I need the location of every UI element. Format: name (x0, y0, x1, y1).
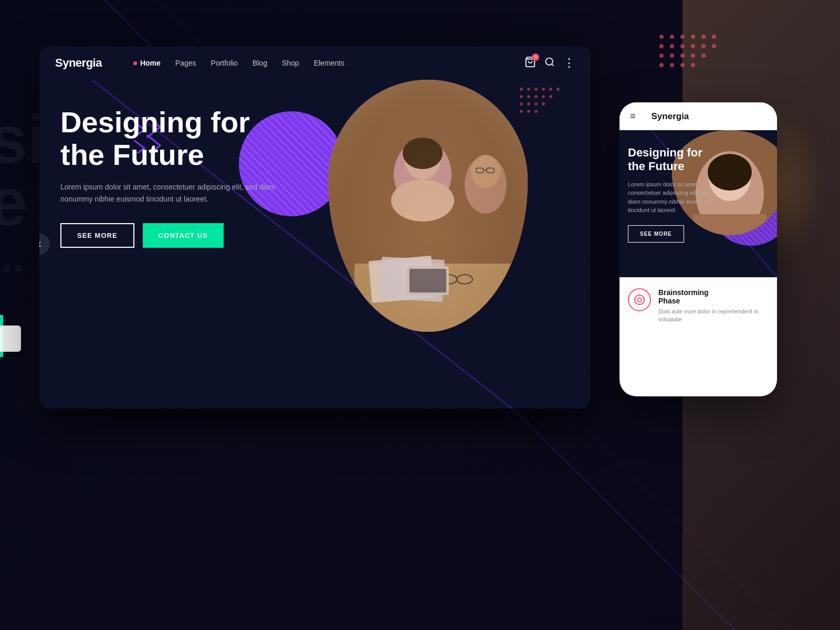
svg-point-31 (391, 180, 454, 222)
svg-point-70 (637, 298, 641, 301)
desktop-hero: ‹ Designing forthe Future Lorem ipsum do… (39, 80, 591, 408)
svg-point-50 (556, 88, 560, 91)
svg-point-53 (534, 95, 538, 98)
nav-link-shop[interactable]: Shop (282, 59, 299, 67)
svg-point-62 (534, 110, 538, 113)
hero-photo (328, 80, 528, 332)
svg-line-25 (552, 64, 554, 66)
svg-point-47 (534, 88, 538, 91)
nav-active-dot (133, 61, 137, 65)
mobile-hero: Designing forthe Future Lorem ipsum dolo… (620, 130, 777, 277)
svg-point-59 (542, 102, 545, 106)
mobile-hero-text: Designing forthe Future Lorem ipsum dolo… (628, 146, 712, 243)
svg-point-67 (708, 154, 752, 191)
mobile-nav: ≡ Synergia (620, 102, 777, 130)
desktop-nav: Synergia Home Pages Portfolio Blog Shop … (39, 46, 591, 80)
prev-arrow[interactable]: ‹ (39, 234, 50, 255)
svg-point-55 (549, 95, 552, 98)
nav-link-portfolio[interactable]: Portfolio (211, 59, 238, 67)
svg-point-24 (546, 58, 553, 65)
mobile-menu-icon[interactable]: ≡ (630, 111, 636, 122)
mobile-card-title: BrainstormingPhase (658, 288, 769, 305)
mobile-card: BrainstormingPhase Duis aute irure dolor… (620, 277, 777, 334)
svg-point-54 (542, 95, 545, 98)
hero-title: Designing forthe Future (60, 106, 281, 171)
nav-link-pages[interactable]: Pages (175, 59, 196, 67)
search-icon[interactable] (544, 57, 555, 70)
mobile-card-content: BrainstormingPhase Duis aute irure dolor… (658, 288, 769, 324)
more-options-icon[interactable]: ⋮ (563, 56, 575, 70)
see-more-button[interactable]: SEE MORE (60, 223, 134, 248)
svg-point-33 (471, 155, 500, 188)
hero-text: Designing forthe Future Lorem ipsum dolo… (60, 106, 281, 248)
contact-us-button[interactable]: CONTACT US (143, 223, 224, 248)
cart-icon[interactable]: 0 (524, 56, 536, 70)
nav-link-elements[interactable]: Elements (314, 59, 344, 67)
nav-link-blog[interactable]: Blog (253, 59, 267, 67)
svg-point-48 (542, 88, 545, 91)
mobile-card-description: Duis aute irure dolor in reprehenderit i… (658, 308, 769, 324)
svg-point-30 (403, 138, 443, 169)
mobile-logo: Synergia (652, 111, 689, 122)
cart-badge: 0 (532, 54, 539, 61)
desktop-nav-links: Home Pages Portfolio Blog Shop Elements (133, 59, 344, 67)
desktop-nav-icons: 0 ⋮ (524, 56, 575, 70)
desktop-mockup: Synergia Home Pages Portfolio Blog Shop … (39, 46, 591, 408)
svg-point-58 (534, 102, 538, 106)
nav-link-home[interactable]: Home (133, 59, 161, 67)
mobile-hero-title: Designing forthe Future (628, 146, 712, 174)
hero-buttons: SEE MORE CONTACT US (60, 223, 281, 248)
svg-rect-44 (410, 269, 446, 292)
mobile-mockup: ≡ Synergia (620, 102, 777, 396)
hero-description: Lorem ipsum dolor sit amet, consectetuer… (60, 181, 281, 205)
main-wrapper: Synergia Home Pages Portfolio Blog Shop … (0, 0, 840, 630)
mobile-hero-description: Lorem ipsum dolor sit amet, consectetuer… (628, 180, 712, 215)
mobile-see-more-button[interactable]: SEE MORE (628, 225, 684, 243)
svg-point-69 (635, 295, 644, 304)
mobile-card-icon (628, 288, 651, 311)
svg-point-49 (549, 88, 552, 91)
desktop-logo: Synergia (55, 56, 102, 70)
